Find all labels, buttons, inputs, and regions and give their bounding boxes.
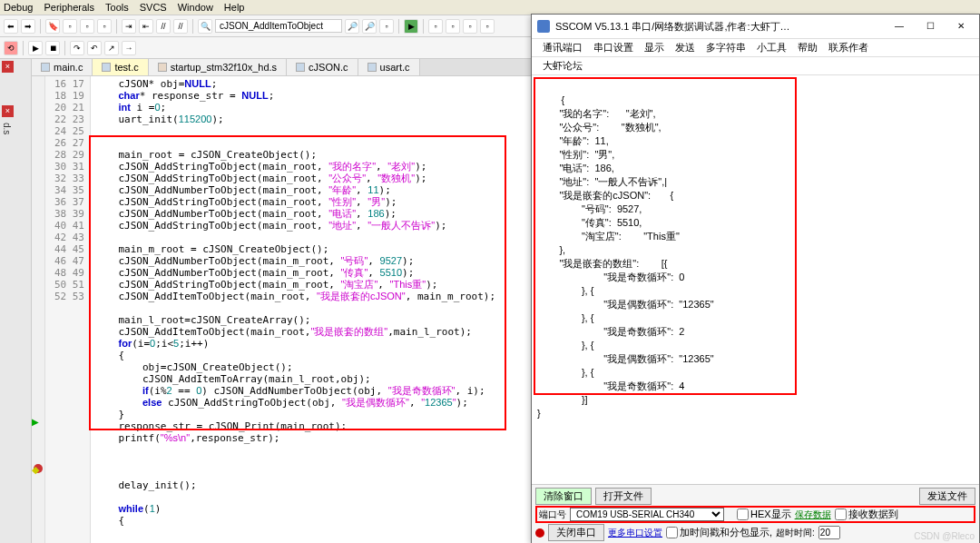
run-icon[interactable]: ▶: [28, 41, 43, 55]
file-tab[interactable]: startup_stm32f10x_hd.s: [149, 59, 287, 75]
file-icon: [368, 63, 377, 72]
tool-icon[interactable]: ▫: [97, 19, 112, 34]
window-title: SSCOM V5.13.1 串口/网络数据调试器,作者:大虾丁…: [555, 20, 881, 34]
tool-icon[interactable]: ▫: [463, 19, 477, 34]
side-panel: × × d.s: [0, 59, 32, 543]
sscom-menubar2: 大虾论坛: [532, 57, 979, 75]
watermark: CSDN @Rleco: [914, 531, 975, 541]
port-label: 端口号: [539, 508, 566, 521]
tool-icon[interactable]: ▫: [446, 19, 460, 34]
more-settings-link[interactable]: 更多串口设置: [608, 527, 662, 539]
timestamp-checkbox[interactable]: 加时间戳和分包显示,: [666, 526, 772, 539]
menu-item[interactable]: Debug: [4, 2, 33, 13]
sscom-titlebar[interactable]: SSCOM V5.13.1 串口/网络数据调试器,作者:大虾丁… — ☐ ✕: [532, 15, 979, 39]
find-prev-icon[interactable]: 🔎: [362, 19, 377, 34]
menu-item[interactable]: 多字符串: [701, 41, 751, 54]
send-file-button[interactable]: 发送文件: [919, 488, 975, 505]
menu-item[interactable]: 小工具: [751, 41, 792, 54]
step-out-icon[interactable]: ↗: [104, 41, 119, 55]
menu-item[interactable]: Window: [178, 2, 213, 13]
step-icon[interactable]: ↷: [70, 41, 84, 55]
timeout-input[interactable]: [818, 526, 840, 539]
comment-icon[interactable]: //: [173, 19, 188, 34]
close-icon[interactable]: ×: [2, 61, 14, 73]
status-led-icon: [535, 528, 544, 538]
step-icon[interactable]: →: [122, 41, 136, 55]
save-data-link[interactable]: 保存数据: [795, 508, 831, 521]
side-tab[interactable]: d.s: [0, 119, 14, 138]
menu-item[interactable]: 显示: [639, 41, 670, 54]
sscom-menubar: 通讯端口 串口设置 显示 发送 多字符串 小工具 帮助 联系作者: [532, 39, 979, 57]
file-icon: [158, 63, 167, 72]
stop-icon[interactable]: ⏹: [45, 41, 60, 55]
tool-icon[interactable]: ▫: [80, 19, 94, 34]
tool-icon[interactable]: ▫: [379, 19, 394, 34]
close-icon[interactable]: ×: [2, 105, 14, 117]
sscom-window: SSCOM V5.13.1 串口/网络数据调试器,作者:大虾丁… — ☐ ✕ 通…: [531, 14, 980, 543]
file-tab[interactable]: test.c: [93, 59, 148, 75]
menu-item[interactable]: 大虾论坛: [537, 59, 588, 73]
menu-item[interactable]: Help: [224, 2, 245, 13]
tool-icon[interactable]: ▫: [63, 19, 77, 34]
minimize-icon[interactable]: —: [887, 18, 912, 35]
file-tab[interactable]: cJSON.c: [287, 59, 358, 75]
close-icon[interactable]: ✕: [948, 18, 974, 35]
run-arrow-icon: ▶: [32, 417, 44, 427]
reset-icon[interactable]: ⟲: [4, 41, 18, 55]
sscom-bottom-panel: 清除窗口 打开文件 发送文件 端口号 COM19 USB-SERIAL CH34…: [532, 484, 979, 543]
hex-display-checkbox[interactable]: HEX显示: [737, 508, 791, 521]
tool-icon[interactable]: ▫: [480, 19, 495, 34]
menu-item[interactable]: 联系作者: [823, 41, 874, 54]
port-combo[interactable]: COM19 USB-SERIAL CH340: [570, 508, 724, 521]
menu-item[interactable]: 发送: [670, 41, 701, 54]
menu-item[interactable]: 帮助: [792, 41, 823, 54]
file-icon: [102, 63, 111, 72]
highlight-annotation: [534, 77, 797, 395]
open-file-button[interactable]: 打开文件: [595, 488, 652, 505]
recv-data-checkbox[interactable]: 接收数据到: [835, 508, 898, 521]
highlight-annotation: [89, 135, 506, 430]
tool-icon[interactable]: ▫: [428, 19, 443, 34]
debug-icon[interactable]: ▶: [404, 19, 418, 34]
file-tab[interactable]: main.c: [32, 59, 93, 75]
comment-icon[interactable]: //: [156, 19, 171, 34]
step-over-icon[interactable]: ↶: [87, 41, 102, 55]
find-icon[interactable]: 🔍: [198, 19, 212, 34]
menu-item[interactable]: Peripherals: [44, 2, 94, 13]
indent-icon[interactable]: ⇥: [122, 19, 136, 34]
forward-icon[interactable]: ➡: [21, 19, 35, 34]
file-tab[interactable]: usart.c: [358, 59, 420, 75]
bookmark-icon[interactable]: 🔖: [45, 19, 60, 34]
find-combo[interactable]: cJSON_AddItemToObject: [215, 19, 342, 33]
find-next-icon[interactable]: 🔎: [345, 19, 359, 34]
breakpoint-column[interactable]: ▶ ◆: [32, 76, 45, 543]
menu-item[interactable]: SVCS: [140, 2, 167, 13]
menu-item[interactable]: 串口设置: [588, 41, 639, 54]
maximize-icon[interactable]: ☐: [917, 18, 943, 35]
indent-icon[interactable]: ⇤: [139, 19, 153, 34]
app-icon: [537, 20, 550, 33]
menu-item[interactable]: 通讯端口: [537, 41, 588, 54]
timeout-label: 超时时间:: [776, 527, 815, 539]
file-icon: [41, 63, 50, 72]
line-gutter: 16 17 18 19 20 21 22 23 24 25 26 27 28 2…: [45, 76, 91, 543]
clear-button[interactable]: 清除窗口: [535, 488, 592, 505]
sscom-output[interactable]: { "我的名字": "老刘", "公众号": "数独机", "年龄": 11, …: [532, 75, 979, 484]
close-port-button[interactable]: 关闭串口: [548, 524, 604, 541]
file-icon: [296, 63, 305, 72]
back-icon[interactable]: ⬅: [4, 19, 18, 34]
menu-item[interactable]: Tools: [105, 2, 129, 13]
